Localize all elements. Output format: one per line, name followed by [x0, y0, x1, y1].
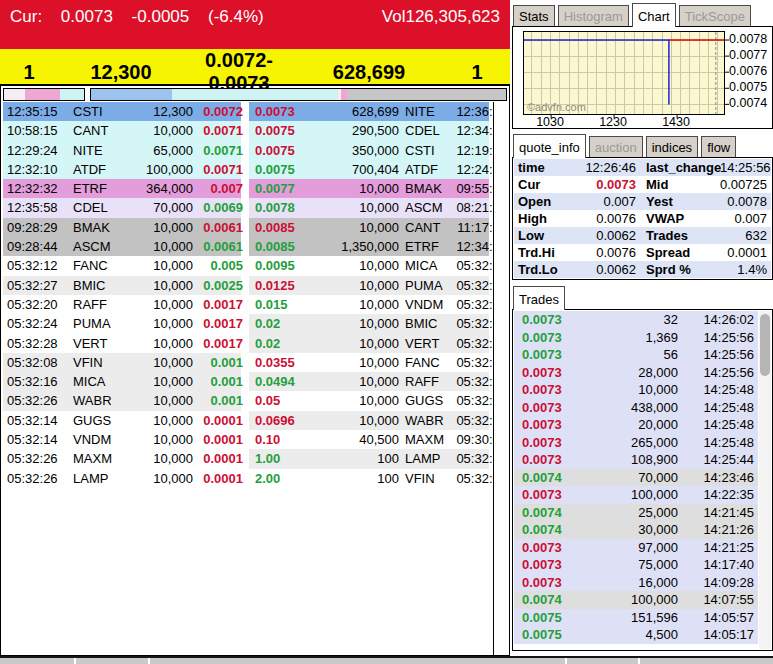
trade-time: 14:25:56	[678, 364, 754, 382]
ask-price: 0.10	[255, 430, 309, 449]
trades-table: 0.00733214:26:020.00731,36914:25:560.007…	[514, 311, 758, 644]
ask-market-maker: VERT	[399, 334, 447, 353]
trade-price: 0.0074	[522, 521, 584, 539]
quote-tab-auction[interactable]: auction	[589, 136, 643, 157]
chart-tab-stats[interactable]: Stats	[513, 5, 555, 26]
ask-size: 100	[309, 469, 399, 488]
bid-row: 05:32:12FANC10,0000.005	[3, 256, 241, 275]
chart-tab-tickscope[interactable]: TickScope	[679, 5, 751, 26]
bid-time: 05:32:14	[7, 411, 67, 430]
quote-value: 0.0062	[566, 227, 636, 244]
bid-price: 0.0071	[193, 141, 243, 160]
trade-row: 0.007425,00014:21:45	[514, 504, 758, 522]
ask-price: 0.0073	[255, 102, 309, 121]
bid-row: 05:32:26MAXM10,0000.0001	[3, 449, 241, 468]
bid-row: 05:32:20RAFF10,0000.0017	[3, 295, 241, 314]
trade-size: 97,000	[584, 539, 678, 557]
bid-size: 10,000	[119, 391, 193, 410]
bid-time: 05:32:08	[7, 353, 67, 372]
advfn-level2-window: Cur: 0.0073 -0.0005 (-6.4%) Vol126,305,6…	[0, 0, 773, 664]
bid-column: 12:35:15CSTI12,3000.007210:58:15CANT10,0…	[3, 102, 241, 488]
trade-row: 0.007375,00014:17:40	[514, 556, 758, 574]
bid-market-maker: FANC	[67, 256, 119, 275]
quote-label: Spread	[636, 244, 720, 261]
quote-label: last_change	[636, 159, 720, 176]
bid-row: 09:28:44ASCM10,0000.0061	[3, 237, 241, 256]
ask-price: 0.0075	[255, 160, 309, 179]
status-cell	[640, 658, 773, 664]
trades-scrollbar-thumb[interactable]	[760, 314, 770, 376]
bid-market-maker: LAMP	[67, 469, 119, 488]
trade-size: 20,000	[584, 416, 678, 434]
ask-size: 1,350,000	[309, 237, 399, 256]
trade-time: 14:21:25	[678, 539, 754, 557]
trade-row: 0.007320,00014:25:48	[514, 416, 758, 434]
bid-market-maker: VERT	[67, 334, 119, 353]
depth-segment	[25, 89, 60, 100]
quote-tab-flow[interactable]: flow	[701, 136, 736, 157]
bid-mm-count: 1	[0, 61, 58, 84]
y-tick-label: 0.0077	[729, 48, 773, 62]
bid-market-maker: MAXM	[67, 449, 119, 468]
y-tick-label: 0.0074	[729, 96, 773, 110]
ask-size: 350,000	[309, 141, 399, 160]
montage-scrollbar[interactable]	[493, 102, 509, 655]
bid-price: 0.0071	[193, 160, 243, 179]
trade-row: 0.00733214:26:02	[514, 311, 758, 329]
quote-label: VWAP	[636, 210, 720, 227]
depth-segment	[60, 89, 84, 100]
ask-row: 0.035510,000FANC05:32:12	[249, 353, 489, 372]
ask-row: 2.00100VFIN05:32:08	[249, 469, 489, 488]
chart-tab-histogram[interactable]: Histogram	[558, 5, 629, 26]
chart-tab-chart[interactable]: Chart	[632, 3, 676, 27]
bid-row: 05:32:26LAMP10,0000.0001	[3, 469, 241, 488]
quote-label: Trades	[636, 227, 720, 244]
chart-series-price	[524, 40, 669, 104]
trade-time: 14:25:56	[678, 346, 754, 364]
bid-market-maker: CDEL	[67, 198, 119, 217]
trade-time: 14:22:35	[678, 486, 754, 504]
bid-price: 0.0001	[193, 411, 243, 430]
ask-market-maker: ASCM	[399, 198, 447, 217]
depth-segment	[4, 89, 25, 100]
trade-row: 0.0073108,90014:25:44	[514, 451, 758, 469]
bid-row: 12:32:10ATDF100,0000.0071	[3, 160, 241, 179]
status-cell	[150, 658, 565, 664]
trade-time: 14:09:28	[678, 574, 754, 592]
bid-row: 05:32:08VFIN10,0000.001	[3, 353, 241, 372]
ask-row: 0.0075290,500CDEL12:34:26	[249, 121, 489, 140]
bid-market-maker: RAFF	[67, 295, 119, 314]
trades-tab-trades[interactable]: Trades	[513, 286, 565, 310]
ask-row: 0.069610,000WABR05:32:26	[249, 411, 489, 430]
trade-time: 14:07:55	[678, 591, 754, 609]
bid-row: 05:32:27BMIC10,0000.0025	[3, 276, 241, 295]
trade-price: 0.0073	[522, 329, 584, 347]
trade-price: 0.0074	[522, 591, 584, 609]
quote-label: Cur	[518, 176, 566, 193]
bid-time: 05:32:20	[7, 295, 67, 314]
ask-size: 100	[309, 449, 399, 468]
ask-price: 0.0085	[255, 218, 309, 237]
quote-tab-quote-info[interactable]: quote_info	[513, 134, 586, 158]
quote-row: Trd.Lo0.0062Sprd %1.4%	[514, 261, 771, 278]
quote-tab-indices[interactable]: indices	[646, 136, 698, 157]
bid-price: 0.0001	[193, 469, 243, 488]
bid-time: 05:32:24	[7, 314, 67, 333]
trades-tab-strip: Trades	[512, 286, 773, 309]
ask-row: 0.01510,000VNDM05:32:14	[249, 295, 489, 314]
bid-row: 10:58:15CANT10,0000.0071	[3, 121, 241, 140]
ask-row: 0.009510,000MICA05:32:16	[249, 256, 489, 275]
trades-scrollbar[interactable]	[759, 311, 771, 649]
trade-price: 0.0074	[522, 504, 584, 522]
ask-price: 0.0085	[255, 237, 309, 256]
bid-market-maker: ASCM	[67, 237, 119, 256]
current-price-group: Cur: 0.0073 -0.0005 (-6.4%)	[10, 7, 278, 27]
ask-market-maker: ATDF	[399, 160, 447, 179]
ask-size: 10,000	[309, 372, 399, 391]
level2-panel: Cur: 0.0073 -0.0005 (-6.4%) Vol126,305,6…	[0, 0, 510, 656]
bid-size: 10,000	[119, 218, 193, 237]
bid-price: 0.0017	[193, 295, 243, 314]
ask-market-maker: BMAK	[399, 179, 447, 198]
quote-row: Low0.0062Trades632	[514, 227, 771, 244]
bid-market-maker: WABR	[67, 391, 119, 410]
